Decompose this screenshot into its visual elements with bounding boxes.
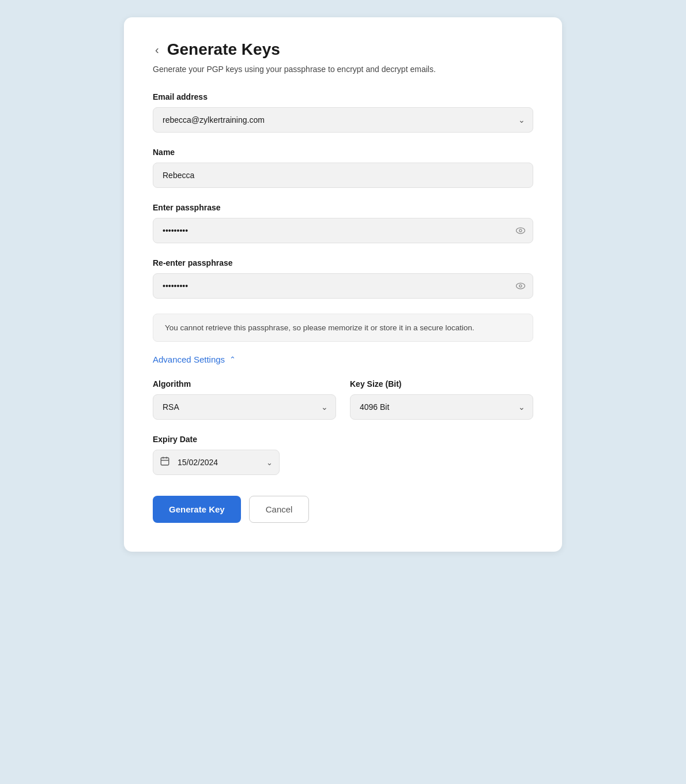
expiry-label: Expiry Date <box>153 435 533 444</box>
cancel-button[interactable]: Cancel <box>249 496 310 523</box>
passphrase-input[interactable] <box>153 218 533 243</box>
reenter-passphrase-label: Re-enter passphrase <box>153 258 533 267</box>
advanced-settings-label: Advanced Settings <box>153 355 225 364</box>
passphrase-label: Enter passphrase <box>153 203 533 212</box>
algorithm-group: Algorithm RSA DSA ECDSA ⌄ <box>153 379 336 420</box>
name-group: Name <box>153 148 533 188</box>
algorithm-select[interactable]: RSA DSA ECDSA <box>153 394 336 420</box>
email-select-wrapper: rebecca@zylkertraining.com ⌄ <box>153 107 533 133</box>
passphrase-wrapper <box>153 218 533 243</box>
info-box: You cannot retrieve this passphrase, so … <box>153 314 533 342</box>
advanced-section: Algorithm RSA DSA ECDSA ⌄ Key Size (Bit)… <box>153 379 533 475</box>
reenter-passphrase-eye-button[interactable] <box>515 280 526 292</box>
eye-icon-2 <box>515 280 526 292</box>
passphrase-eye-button[interactable] <box>515 225 526 236</box>
reenter-passphrase-input[interactable] <box>153 273 533 299</box>
info-text: You cannot retrieve this passphrase, so … <box>165 323 474 332</box>
svg-point-0 <box>517 228 525 233</box>
back-button[interactable]: ‹ <box>153 43 161 56</box>
reenter-passphrase-group: Re-enter passphrase <box>153 258 533 299</box>
advanced-settings-toggle[interactable]: Advanced Settings ⌃ <box>153 355 236 364</box>
name-input[interactable] <box>153 163 533 188</box>
page-header: ‹ Generate Keys <box>153 40 533 59</box>
back-icon: ‹ <box>155 43 159 56</box>
email-label: Email address <box>153 92 533 101</box>
page-subtitle: Generate your PGP keys using your passph… <box>153 65 533 74</box>
algorithm-select-wrapper: RSA DSA ECDSA ⌄ <box>153 394 336 420</box>
svg-point-3 <box>519 285 522 287</box>
algorithm-label: Algorithm <box>153 379 336 389</box>
generate-key-button[interactable]: Generate Key <box>153 496 241 523</box>
expiry-group: Expiry Date 15/02/2024 ⌄ <box>153 435 533 475</box>
algorithm-keysize-row: Algorithm RSA DSA ECDSA ⌄ Key Size (Bit)… <box>153 379 533 420</box>
key-size-select[interactable]: 1024 Bit 2048 Bit 4096 Bit <box>350 394 533 420</box>
passphrase-group: Enter passphrase <box>153 203 533 243</box>
button-row: Generate Key Cancel <box>153 496 533 523</box>
generate-keys-card: ‹ Generate Keys Generate your PGP keys u… <box>124 17 562 552</box>
key-size-select-wrapper: 1024 Bit 2048 Bit 4096 Bit ⌄ <box>350 394 533 420</box>
reenter-passphrase-wrapper <box>153 273 533 299</box>
expiry-select[interactable]: 15/02/2024 <box>153 450 280 475</box>
key-size-label: Key Size (Bit) <box>350 379 533 389</box>
eye-icon <box>515 225 526 236</box>
expiry-select-wrapper: 15/02/2024 ⌄ <box>153 450 280 475</box>
name-label: Name <box>153 148 533 157</box>
email-group: Email address rebecca@zylkertraining.com… <box>153 92 533 133</box>
svg-point-2 <box>517 283 525 289</box>
key-size-group: Key Size (Bit) 1024 Bit 2048 Bit 4096 Bi… <box>350 379 533 420</box>
svg-point-1 <box>519 229 522 232</box>
page-title: Generate Keys <box>167 40 280 59</box>
chevron-up-icon: ⌃ <box>229 355 236 364</box>
email-select[interactable]: rebecca@zylkertraining.com <box>153 107 533 133</box>
